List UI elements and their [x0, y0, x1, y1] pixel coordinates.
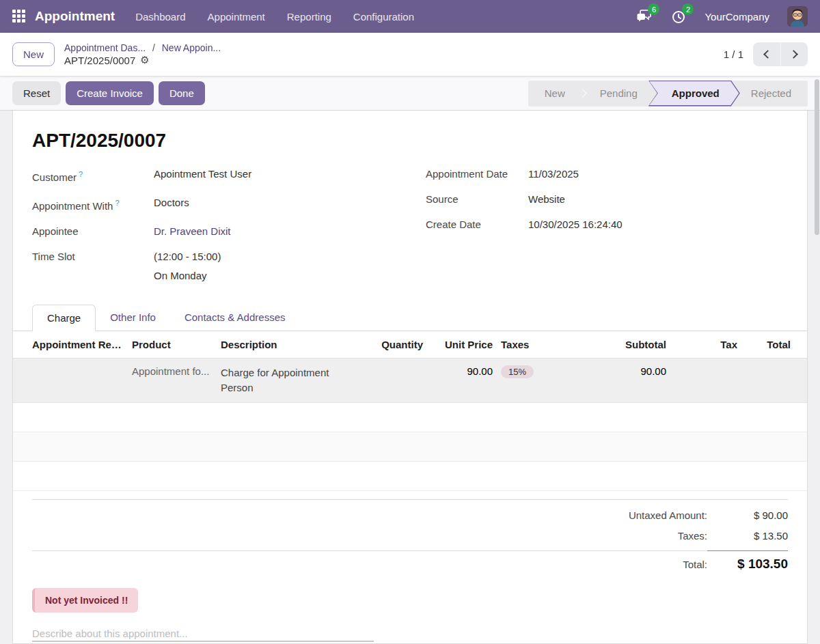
activities-clock-icon[interactable]: 2 [670, 8, 687, 25]
invoice-status-badge: Not yet Invoiced !! [32, 588, 138, 613]
breadcrumb-separator: / [152, 42, 155, 53]
col-unit-price: Unit Price [427, 331, 497, 359]
cell-description: Charge for Appointment Person [217, 359, 367, 403]
breadcrumb-link-list[interactable]: New Appoin... [162, 42, 221, 53]
customer-field[interactable]: Apointment Test User [154, 167, 394, 185]
appointment-with-field[interactable]: Doctors [154, 195, 394, 214]
empty-row [13, 461, 808, 490]
taxes-value: $ 13.50 [707, 530, 788, 542]
menu-dashboard[interactable]: Dashboard [135, 11, 185, 23]
cell-taxes: 15% [497, 359, 594, 403]
company-name[interactable]: YourCompany [705, 11, 769, 23]
source-field[interactable]: Website [528, 192, 788, 207]
record-pager-count: 1 / 1 [724, 48, 743, 60]
col-product: Product [128, 331, 217, 359]
help-question-icon: ? [79, 170, 83, 178]
untaxed-amount-value: $ 90.00 [707, 509, 788, 521]
cell-subtotal: 90.00 [594, 359, 670, 403]
breadcrumb: Appointment Das... / New Appoin... APT/2… [64, 42, 221, 66]
appointment-date-label: Appointment Date [426, 167, 528, 182]
empty-row [13, 402, 808, 432]
tab-charge[interactable]: Charge [32, 305, 96, 331]
new-record-button[interactable]: New [12, 42, 55, 66]
form-sheet: APT/2025/0007 Customer? Apointment Test … [12, 111, 808, 644]
description-divider [32, 641, 374, 642]
appointee-label: Appointee [32, 224, 154, 239]
apps-grid-icon[interactable] [12, 10, 26, 23]
vertical-scrollbar[interactable] [815, 79, 819, 235]
cell-quantity [367, 359, 427, 403]
user-avatar[interactable] [787, 6, 808, 27]
stage-new[interactable]: New [528, 81, 582, 107]
notebook-tabs: Charge Other Info Contacts & Addresses [13, 305, 807, 331]
col-description: Description [217, 331, 367, 359]
col-quantity: Quantity [367, 331, 427, 359]
stage-approved-active[interactable]: Approved [648, 81, 740, 107]
record-title: APT/2025/0007 [13, 130, 807, 152]
time-slot-field[interactable]: (12:00 - 15:00) On Monday [154, 249, 394, 283]
breadcrumb-link-dashboard[interactable]: Appointment Das... [64, 42, 146, 53]
messages-icon[interactable]: 6 [636, 8, 653, 25]
form-statusbar: Reset Create Invoice Done New Pending Ap… [0, 76, 820, 111]
chevron-left-icon [763, 50, 772, 59]
reset-button[interactable]: Reset [12, 81, 61, 105]
create-invoice-button[interactable]: Create Invoice [66, 81, 154, 105]
menu-configuration[interactable]: Configuration [353, 11, 414, 23]
source-label: Source [426, 192, 528, 207]
untaxed-amount-label: Untaxed Amount: [629, 509, 707, 521]
cell-tax [670, 359, 741, 403]
chevron-right-icon [789, 50, 798, 59]
tab-contacts-addresses[interactable]: Contacts & Addresses [170, 305, 300, 331]
menu-appointment[interactable]: Appointment [208, 11, 265, 23]
table-row[interactable]: Appointment fo... Charge for Appointment… [13, 359, 808, 403]
totals-section: Untaxed Amount: $ 90.00 Taxes: $ 13.50 T… [32, 499, 788, 572]
appointment-with-label: Appointment With? [32, 195, 154, 214]
cell-reference [13, 359, 128, 403]
empty-row [13, 432, 808, 461]
appointee-link[interactable]: Dr. Praveen Dixit [154, 224, 394, 239]
settings-gear-icon[interactable]: ⚙ [140, 54, 149, 66]
charge-lines-table: Appointment Refe... Product Description … [13, 331, 808, 491]
stage-pending[interactable]: Pending [584, 81, 654, 107]
messages-count-badge: 6 [648, 3, 659, 15]
taxes-label: Taxes: [678, 530, 707, 542]
menu-reporting[interactable]: Reporting [287, 11, 331, 23]
top-navbar: Appointment Dashboard Appointment Report… [0, 0, 820, 33]
appointment-date-field[interactable]: 11/03/2025 [528, 167, 788, 182]
customer-label: Customer? [32, 167, 154, 185]
col-total: Total [741, 331, 808, 359]
total-label: Total: [683, 559, 707, 570]
col-taxes: Taxes [497, 331, 594, 359]
tab-other-info[interactable]: Other Info [96, 305, 170, 331]
breadcrumb-active-record: APT/2025/0007 [64, 55, 135, 66]
cell-unit-price: 90.00 [427, 359, 497, 403]
main-menu: Dashboard Appointment Reporting Configur… [135, 11, 414, 23]
stage-statusbar: New Pending Approved Rejected [528, 81, 808, 107]
app-title[interactable]: Appointment [35, 9, 115, 24]
create-date-field[interactable]: 10/30/2025 16:24:40 [528, 217, 788, 232]
pager-next-button[interactable] [780, 42, 808, 66]
help-question-icon: ? [115, 199, 119, 207]
tax-percentage-pill: 15% [501, 365, 534, 378]
control-panel: New Appointment Das... / New Appoin... A… [0, 33, 820, 76]
col-appointment-reference: Appointment Refe... [13, 331, 128, 359]
cell-total [741, 359, 808, 403]
cell-product: Appointment fo... [128, 359, 217, 403]
pager-previous-button[interactable] [753, 42, 780, 66]
create-date-label: Create Date [426, 217, 528, 232]
col-tax: Tax [670, 331, 741, 359]
table-header-row: Appointment Refe... Product Description … [13, 331, 808, 359]
done-button[interactable]: Done [159, 81, 205, 105]
activities-count-badge: 2 [682, 3, 694, 15]
stage-rejected[interactable]: Rejected [735, 81, 808, 107]
time-slot-label: Time Slot [32, 249, 154, 283]
col-subtotal: Subtotal [594, 331, 670, 359]
total-value: $ 103.50 [707, 550, 788, 572]
